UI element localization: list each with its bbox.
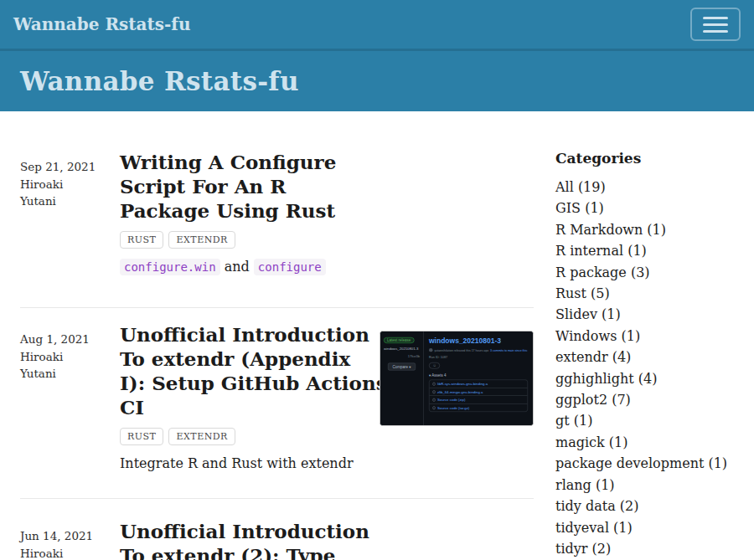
post-title-line: Package Using Rust <box>120 198 534 223</box>
tag-list: RUST EXTENDR <box>120 428 534 445</box>
category-link[interactable]: magick (1) <box>555 434 627 450</box>
category-item: ggplot2 (7) <box>555 389 734 410</box>
post-summary: configure.win and configure <box>120 257 534 277</box>
category-link[interactable]: gt (1) <box>555 413 592 429</box>
category-link[interactable]: All (19) <box>555 179 606 195</box>
category-link[interactable]: gghighlight (4) <box>555 371 657 387</box>
category-item: rlang (1) <box>555 475 734 496</box>
post-date: Aug 1, 2021 <box>20 331 100 348</box>
compare-button: Compare ▾ <box>388 363 416 371</box>
category-item: Rust (5) <box>555 283 734 304</box>
commit-hash: 17fce3b <box>408 354 420 358</box>
tag-extendr[interactable]: EXTENDR <box>168 428 235 445</box>
category-item: tidy data (2) <box>555 496 734 516</box>
release-meta: yutannihilation released this 17 hours a… <box>429 348 528 352</box>
category-link[interactable]: Rust (5) <box>555 285 610 301</box>
category-link[interactable]: GIS (1) <box>555 200 604 216</box>
category-link[interactable]: Windows (1) <box>555 328 640 344</box>
post-meta: Sep 21, 2021 Hiroaki Yutani <box>20 150 120 277</box>
hamburger-icon <box>703 17 728 19</box>
post-title-line: Script For An R <box>120 174 534 198</box>
file-icon <box>433 398 436 402</box>
sidebar: Categories All (19)GIS (1)R Markdown (1)… <box>555 150 734 560</box>
release-sub-line: Run ID: 1087 <box>429 355 528 359</box>
post-title-line: Writing A Configure <box>120 150 534 174</box>
post-author: Hiroaki Yutani <box>20 545 100 560</box>
category-item: R internal (1) <box>555 240 734 261</box>
post-title-link[interactable]: Writing A ConfigureScript For An RPackag… <box>120 150 534 223</box>
category-item: Slidev (1) <box>555 304 734 325</box>
category-link[interactable]: R package (3) <box>555 265 650 280</box>
asset-link: zlib_64-mingw-gnu-binding.a <box>430 388 528 396</box>
page-content: Sep 21, 2021 Hiroaki Yutani Writing A Co… <box>0 111 754 560</box>
file-icon <box>433 390 436 393</box>
assets-list: libR-sys-windows-gnu-binding.azlib_64-mi… <box>429 380 528 413</box>
caret-down-icon: ▾ <box>429 373 431 378</box>
release-tag-label: windows_20210801-3 <box>384 347 420 351</box>
site-title: Wannabe Rstats-fu <box>20 66 299 96</box>
category-link[interactable]: tidy data (2) <box>555 498 638 514</box>
category-link[interactable]: extendr (4) <box>555 349 631 365</box>
tag-rust[interactable]: RUST <box>120 231 163 249</box>
category-link[interactable]: R internal (1) <box>555 243 647 259</box>
post-date: Sep 21, 2021 <box>20 158 100 176</box>
category-item: Windows (1) <box>555 326 734 347</box>
post-title-line: Unofficial Introduction <box>120 519 534 543</box>
post-item-3: Jun 14, 2021 Hiroaki Yutani Unofficial I… <box>20 499 534 560</box>
sidebar-title: Categories <box>555 150 734 167</box>
inline-code: configure.win <box>120 259 220 275</box>
inline-code: configure <box>254 259 326 275</box>
release-title: windows_20210801-3 <box>429 337 528 345</box>
asset-link: libR-sys-windows-gnu-binding.a <box>430 380 528 388</box>
category-item: package development (1) <box>555 453 734 474</box>
category-item: tidyeval (1) <box>555 517 734 538</box>
category-link[interactable]: tidyr (2) <box>555 541 611 557</box>
category-link[interactable]: rlang (1) <box>555 477 615 493</box>
category-list: All (19)GIS (1)R Markdown (1)R internal … <box>555 177 734 559</box>
post-thumbnail[interactable]: Latest release windows_20210801-3 17fce3… <box>380 331 534 426</box>
menu-toggle-button[interactable] <box>690 8 741 41</box>
avatar <box>429 348 433 352</box>
category-item: R Markdown (1) <box>555 219 734 240</box>
file-icon <box>433 383 436 386</box>
category-item: All (19) <box>555 177 734 198</box>
category-item: magick (1) <box>555 432 734 453</box>
category-item: R package (3) <box>555 262 734 283</box>
tag-list: RUST EXTENDR <box>120 231 534 249</box>
asset-link: Source code (zip) <box>430 396 528 404</box>
category-item: extendr (4) <box>555 347 734 367</box>
navbar: Wannabe Rstats-fu <box>0 0 754 49</box>
assets-header: ▾ Assets 4 <box>429 373 528 378</box>
tag-rust[interactable]: RUST <box>120 428 163 445</box>
post-author: Hiroaki Yutani <box>20 348 100 383</box>
post-meta: Jun 14, 2021 Hiroaki Yutani <box>20 519 120 560</box>
reaction-button: ☺ <box>429 362 440 369</box>
navbar-brand[interactable]: Wannabe Rstats-fu <box>13 14 190 34</box>
file-icon <box>433 406 436 409</box>
post-title-link[interactable]: Unofficial IntroductionTo extendr (2): T… <box>120 519 534 560</box>
category-item: gt (1) <box>555 410 734 431</box>
tag-extendr[interactable]: EXTENDR <box>168 231 235 249</box>
post-list: Sep 21, 2021 Hiroaki Yutani Writing A Co… <box>20 150 534 560</box>
site-banner: Wannabe Rstats-fu <box>0 49 754 111</box>
post-item-1: Sep 21, 2021 Hiroaki Yutani Writing A Co… <box>20 150 534 308</box>
category-link[interactable]: tidyeval (1) <box>555 520 633 536</box>
post-item-2: Aug 1, 2021 Hiroaki Yutani Unofficial In… <box>20 308 534 499</box>
category-link[interactable]: Slidev (1) <box>555 306 621 322</box>
post-summary: Integrate R and Rust with extendr <box>120 454 534 474</box>
github-release-screenshot: Latest release windows_20210801-3 17fce3… <box>380 331 533 426</box>
category-link[interactable]: package development (1) <box>555 455 727 471</box>
post-meta: Aug 1, 2021 Hiroaki Yutani <box>20 322 120 474</box>
post-date: Jun 14, 2021 <box>20 527 100 545</box>
category-item: GIS (1) <box>555 198 734 218</box>
asset-link: Source code (tar.gz) <box>430 403 528 412</box>
category-link[interactable]: ggplot2 (7) <box>555 392 631 408</box>
post-title-line: To extendr (2): Type <box>120 543 534 560</box>
latest-release-badge: Latest release <box>384 337 414 343</box>
post-author: Hiroaki Yutani <box>20 176 100 210</box>
category-link[interactable]: R Markdown (1) <box>555 222 666 238</box>
category-item: tidyr (2) <box>555 538 734 559</box>
category-item: gghighlight (4) <box>555 368 734 389</box>
